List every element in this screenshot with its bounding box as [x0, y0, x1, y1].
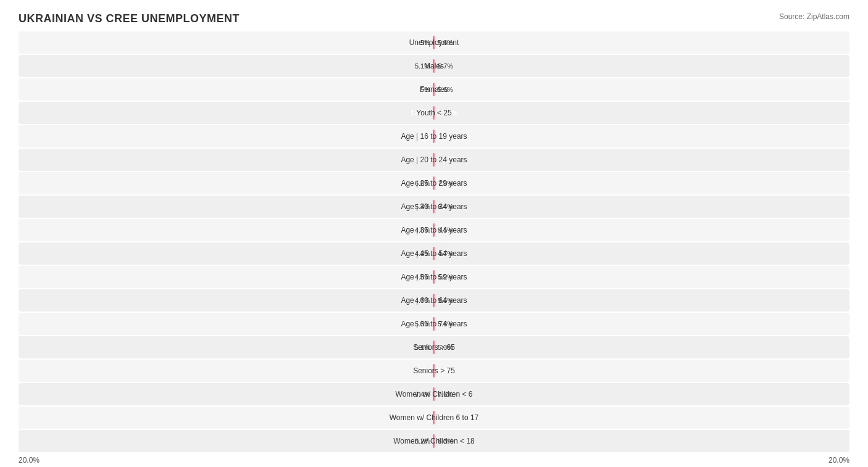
value-ukrainian: 4.3%	[415, 250, 430, 257]
bar-cree	[434, 247, 435, 260]
left-bar-container: 5%	[420, 83, 434, 96]
chart-row: 5.1%Males5.7%	[19, 55, 849, 77]
right-bar-container: 5.6%	[434, 317, 453, 331]
bar-cree: 8.6%	[434, 364, 435, 378]
value-cree: 6.3%	[438, 437, 453, 445]
right-bar-container: 10.8%	[434, 153, 435, 167]
value-ukrainian: 5.3%	[415, 320, 430, 328]
chart-row: 8.9%Women w/ Children 6 to 1710.8%	[19, 407, 849, 429]
bar-cree: 10.8%	[434, 411, 435, 424]
left-bar-container: 5.1%	[415, 59, 434, 73]
left-bar-container: 4.8%	[415, 270, 434, 284]
value-ukrainian: 5%	[420, 86, 430, 93]
value-cree: 4.7%	[438, 250, 453, 257]
value-ukrainian: 10.3%	[435, 156, 457, 163]
value-ukrainian: 4.8%	[415, 273, 430, 281]
value-cree: 10.8%	[411, 414, 433, 421]
chart-title: UKRAINIAN VS CREE UNEMPLOYMENT	[19, 12, 240, 25]
right-bar-container: 10.8%	[434, 411, 435, 424]
value-cree: 10.8%	[411, 156, 433, 163]
value-cree: 19%	[416, 133, 433, 140]
value-cree: 5.7%	[438, 62, 453, 70]
chart-row: 10.3%Age | 20 to 24 years10.8%	[19, 149, 849, 171]
value-ukrainian: 17.5%	[435, 133, 457, 140]
value-ukrainian: 7.4%	[415, 391, 430, 398]
value-ukrainian: 5.1%	[415, 62, 430, 70]
chart-row: 5.4%Age | 30 to 34 years6.4%	[19, 196, 849, 218]
chart-container: UKRAINIAN VS CREE UNEMPLOYMENT Source: Z…	[0, 0, 868, 467]
left-bar-container: 7.4%	[415, 387, 434, 401]
right-bar-container: 12.4%	[434, 106, 435, 120]
right-bar-container: 5.5%	[434, 223, 453, 237]
right-bar-container: 5.7%	[434, 59, 453, 73]
chart-row: 5.2%Women w/ Children < 186.3%	[19, 430, 849, 452]
bar-cree: 19%	[434, 130, 435, 143]
value-cree: 5.6%	[438, 320, 453, 328]
value-cree: 7.3%	[438, 180, 453, 187]
bar-cree	[434, 200, 435, 213]
left-bar-container: 5%	[420, 36, 434, 49]
chart-row: 11.5%Youth < 2512.4%	[19, 102, 849, 124]
chart-row: 9.3%Seniors > 758.6%	[19, 360, 849, 382]
axis-left: 20.0%	[19, 456, 40, 465]
right-bar-container: 6.4%	[434, 200, 453, 213]
chart-row: 7.4%Women w/ Children < 67.6%	[19, 383, 849, 405]
value-ukrainian: 4.6%	[415, 226, 430, 234]
value-ukrainian: 6.6%	[415, 180, 430, 187]
chart-row: 4.6%Age | 35 to 44 years5.5%	[19, 219, 849, 241]
value-cree: 5.6%	[438, 39, 453, 46]
chart-source: Source: ZipAtlas.com	[779, 12, 849, 21]
chart-row: 5%Unemployment5.6%	[19, 31, 849, 54]
chart-row: 17.5%Age | 16 to 19 years19%	[19, 125, 849, 147]
value-cree: 5.6%	[438, 86, 453, 93]
value-cree: 5.5%	[438, 226, 453, 234]
value-ukrainian: 5.4%	[415, 203, 430, 210]
left-bar-container: 5.2%	[415, 434, 434, 448]
bar-cree	[434, 434, 435, 448]
left-bar-container: 5.1%	[415, 341, 434, 354]
chart-rows-wrapper: 5%Unemployment5.6%5.1%Males5.7%5%Females…	[19, 31, 849, 452]
value-cree: 5.2%	[438, 273, 453, 281]
right-bar-container: 5.2%	[434, 270, 453, 284]
left-bar-container: 5.3%	[415, 317, 434, 331]
bar-cree	[434, 294, 435, 307]
bar-cree	[434, 317, 435, 331]
left-bar-container: 6.6%	[415, 176, 434, 190]
value-cree: 5.6%	[438, 297, 453, 304]
value-cree: 8.6%	[414, 367, 433, 374]
right-bar-container: 5.6%	[434, 294, 453, 307]
right-bar-container: 5.6%	[434, 36, 453, 49]
chart-row: 4.3%Age | 45 to 54 years4.7%	[19, 242, 849, 265]
axis-right: 20.0%	[828, 456, 849, 465]
left-bar-container: 4.7%	[415, 294, 434, 307]
right-bar-container: 4.7%	[434, 247, 453, 260]
chart-row: 4.8%Age | 55 to 59 years5.2%	[19, 266, 849, 288]
bar-cree: 12.4%	[434, 106, 435, 120]
bar-cree	[434, 176, 435, 190]
right-bar-container: 7.6%	[434, 387, 453, 401]
bar-cree	[434, 341, 435, 354]
bar-cree: 10.8%	[434, 153, 435, 167]
value-ukrainian: 8.9%	[435, 414, 454, 421]
bar-cree	[434, 270, 435, 284]
left-bar-container: 5.4%	[415, 200, 434, 213]
bar-cree	[434, 387, 435, 401]
left-bar-container: 4.3%	[415, 247, 434, 260]
value-cree: 6.4%	[438, 203, 453, 210]
chart-row: 5.1%Seniors > 655.3%	[19, 336, 849, 358]
value-cree: 5.3%	[438, 344, 453, 351]
value-cree: 12.4%	[411, 109, 433, 117]
right-bar-container: 8.6%	[434, 364, 435, 378]
right-bar-container: 19%	[434, 130, 435, 143]
bar-cree	[434, 83, 435, 96]
chart-row: 4.7%Age | 60 to 64 years5.6%	[19, 289, 849, 312]
right-bar-container: 7.3%	[434, 176, 453, 190]
value-ukrainian: 5%	[420, 39, 430, 46]
value-ukrainian: 5.2%	[415, 437, 430, 445]
value-ukrainian: 5.1%	[415, 344, 430, 351]
value-ukrainian: 4.7%	[415, 297, 430, 304]
axis-labels: 20.0% 20.0%	[19, 456, 849, 465]
chart-row: 5%Females5.6%	[19, 78, 849, 101]
chart-row: 6.6%Age | 25 to 29 years7.3%	[19, 172, 849, 194]
value-ukrainian: 9.3%	[435, 367, 454, 374]
